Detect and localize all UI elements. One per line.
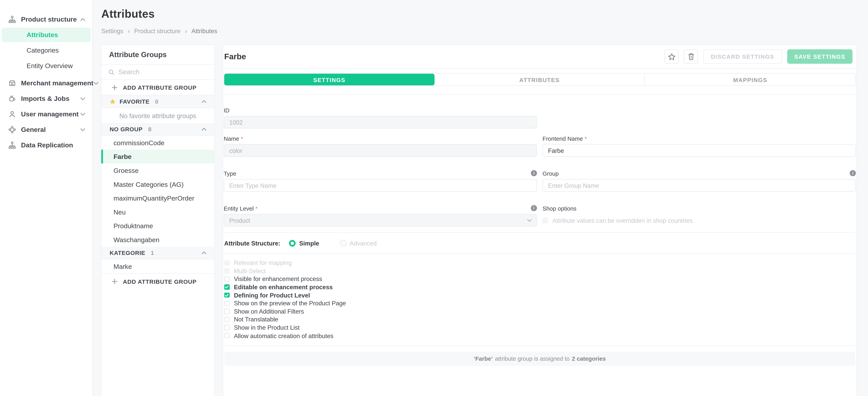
favorite-section-header[interactable]: FAVORITE 0 [101, 95, 214, 108]
flags-list: Relevant for mapping Multi-Select Visibl… [224, 254, 856, 340]
radio-simple[interactable]: Simple [289, 239, 319, 246]
kategorie-count: 1 [151, 249, 154, 256]
sidebar-item-imports-jobs[interactable]: Imports & Jobs [0, 91, 93, 106]
field-id: ID [224, 107, 537, 129]
flag-row[interactable]: Allow automatic creation of attributes [224, 332, 855, 340]
checkbox[interactable] [224, 325, 229, 330]
breadcrumb-current: Attributes [191, 28, 217, 34]
sidebar-item-entity-overview[interactable]: Entity Overview [0, 58, 93, 74]
list-item[interactable]: maximumQuantityPerOrder [101, 191, 214, 205]
star-icon [110, 98, 116, 104]
list-item[interactable]: Produktname [101, 219, 214, 233]
flag-row[interactable]: Defining for Product Level [224, 291, 855, 299]
flag-row: Multi-Select [224, 267, 855, 275]
flag-row[interactable]: Show on the preview of the Product Page [224, 299, 855, 307]
flag-label: Not Translatable [234, 316, 278, 323]
favorite-button[interactable] [664, 49, 679, 63]
mug-icon [8, 95, 16, 103]
list-item-selected[interactable]: Farbe [101, 149, 214, 164]
add-attribute-group-button-bottom[interactable]: ADD ATTRIBUTE GROUP [101, 273, 214, 289]
required-marker: * [255, 205, 258, 211]
list-item[interactable]: Waschangaben [101, 233, 214, 247]
checkbox [224, 260, 229, 265]
breadcrumb-settings[interactable]: Settings [101, 28, 123, 34]
delete-button[interactable] [684, 49, 698, 63]
sidebar-item-categories[interactable]: Categories [0, 43, 93, 58]
list-item[interactable]: Groesse [101, 164, 214, 177]
sidebar-item-general[interactable]: General [0, 122, 93, 137]
flag-label: Defining for Product Level [234, 292, 310, 299]
chevron-up-icon [80, 18, 85, 21]
radio-simple-label: Simple [299, 239, 319, 246]
chevron-up-icon[interactable] [202, 127, 207, 131]
discard-settings-button[interactable]: DISCARD SETTINGS [703, 49, 782, 63]
sidebar-item-label: Categories [27, 47, 59, 54]
flag-row[interactable]: Editable on enhancement process [224, 283, 855, 291]
checkbox[interactable] [224, 301, 229, 306]
type-input[interactable] [224, 179, 537, 192]
sidebar-item-label: General [21, 126, 46, 134]
radio-advanced: Advanced [340, 239, 377, 246]
attribute-structure-label: Attribute Structure: [224, 239, 280, 246]
checkbox[interactable] [224, 309, 229, 314]
kategorie-section-header[interactable]: KATEGORIE 1 [101, 247, 214, 259]
info-icon[interactable]: i [531, 205, 537, 211]
search-input[interactable] [118, 68, 207, 76]
tab-attributes[interactable]: ATTRIBUTES [434, 74, 645, 85]
checkbox[interactable] [224, 276, 229, 282]
add-attribute-group-label: ADD ATTRIBUTE GROUP [123, 278, 196, 285]
flag-row[interactable]: Show on Additional Filters [224, 307, 855, 315]
tab-settings[interactable]: SETTINGS [224, 74, 434, 85]
required-marker: * [585, 135, 587, 142]
checkbox[interactable] [224, 317, 229, 322]
tab-mappings[interactable]: MAPPINGS [645, 74, 855, 85]
search-icon [108, 69, 115, 75]
flag-row[interactable]: Not Translatable [224, 315, 855, 323]
divider [224, 345, 855, 346]
flag-row[interactable]: Show in the Product List [224, 323, 855, 332]
type-label: Type [224, 170, 236, 177]
page-header: Attributes Settings › Product structure … [101, 8, 217, 34]
radio-selected-icon[interactable] [289, 239, 296, 246]
save-settings-button[interactable]: SAVE SETTINGS [787, 49, 852, 63]
sidebar-item-label: User management [21, 110, 79, 118]
info-icon[interactable]: i [531, 170, 537, 176]
checkbox [224, 268, 229, 274]
shop-options-label: Shop options [542, 205, 577, 211]
checkbox-checked[interactable] [224, 285, 229, 290]
list-item[interactable]: commissionCode [101, 136, 214, 150]
sidebar-item-data-replication[interactable]: Data Replication [0, 137, 93, 153]
sitemap-icon [8, 141, 16, 149]
sidebar-item-attributes[interactable]: Attributes [2, 28, 91, 42]
no-group-count: 8 [148, 126, 152, 133]
attribute-group-detail-card: Farbe DISCARD SETTINGS SAVE SETTINGS SET… [222, 44, 857, 396]
chevron-down-icon [93, 81, 98, 85]
chevron-up-icon[interactable] [202, 251, 207, 255]
required-marker: * [241, 135, 243, 142]
chevron-up-icon[interactable] [202, 100, 207, 104]
list-item[interactable]: Master Categories (AG) [101, 177, 214, 191]
chevron-down-icon [80, 112, 85, 116]
sidebar-item-label: Merchant management [21, 79, 93, 87]
checkbox-checked[interactable] [224, 292, 229, 298]
sidebar-item-user-management[interactable]: User management [0, 106, 93, 122]
sidebar: Product structure Attributes Categories … [0, 0, 93, 396]
settings-form: ID Name * Frontend Name * [223, 107, 857, 366]
frontend-name-input[interactable] [542, 144, 856, 157]
group-input[interactable] [542, 179, 856, 192]
breadcrumb-product-structure[interactable]: Product structure [134, 28, 181, 34]
breadcrumb-separator: › [128, 28, 130, 34]
field-shop-options: Shop options Attribute values can be ove… [542, 205, 856, 227]
add-attribute-group-button[interactable]: ADD ATTRIBUTE GROUP [101, 80, 214, 95]
search-bar [101, 65, 214, 80]
field-entity-level: Entity Level * i Product [224, 205, 537, 227]
list-item[interactable]: Marke [101, 259, 214, 273]
list-item[interactable]: Neu [101, 205, 214, 219]
flag-row[interactable]: Visible for enhancement process [224, 275, 855, 283]
chevron-down-icon [80, 97, 85, 101]
no-group-section-header[interactable]: NO GROUP 8 [101, 123, 214, 136]
checkbox[interactable] [224, 333, 229, 338]
info-icon[interactable]: i [850, 170, 856, 176]
sidebar-item-product-structure[interactable]: Product structure [0, 11, 93, 27]
sidebar-item-merchant-management[interactable]: Merchant management [0, 75, 93, 91]
